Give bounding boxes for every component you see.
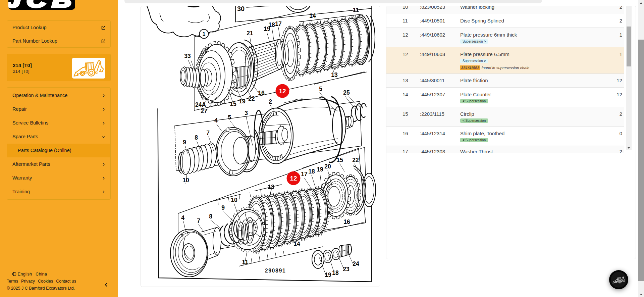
svg-text:19: 19 [325,271,331,278]
svg-text:12: 12 [290,175,297,182]
svg-text:20: 20 [324,163,331,170]
svg-text:25: 25 [343,89,350,96]
svg-text:290891: 290891 [265,268,286,274]
svg-text:12: 12 [279,88,286,95]
svg-text:13: 13 [331,71,338,78]
svg-text:13: 13 [268,184,274,190]
svg-text:11: 11 [353,7,359,13]
svg-text:9: 9 [183,139,186,146]
svg-text:21: 21 [247,30,253,37]
svg-text:16: 16 [258,90,265,96]
svg-text:10: 10 [231,197,237,203]
svg-text:7: 7 [197,217,200,224]
svg-text:8: 8 [195,134,198,141]
svg-text:17: 17 [301,171,307,178]
svg-text:2: 2 [269,98,272,105]
svg-text:14: 14 [309,12,316,19]
svg-text:22: 22 [248,95,255,102]
svg-text:14: 14 [293,241,300,247]
svg-text:27: 27 [201,108,207,114]
svg-text:16: 16 [343,218,350,225]
svg-text:24: 24 [353,260,359,267]
svg-text:7: 7 [206,130,210,136]
svg-text:19: 19 [239,98,246,105]
svg-text:4: 4 [214,117,218,124]
svg-text:18: 18 [308,168,315,175]
svg-text:15: 15 [230,101,236,107]
svg-text:30: 30 [237,6,245,12]
svg-text:18: 18 [268,21,275,28]
svg-text:5: 5 [228,114,231,121]
svg-text:15: 15 [336,157,343,163]
svg-text:JCB: JCB [8,0,75,10]
svg-text:5: 5 [319,86,322,92]
svg-text:9: 9 [221,204,225,211]
svg-text:17: 17 [275,20,281,27]
svg-text:8: 8 [209,213,212,220]
svg-text:3: 3 [245,110,248,116]
svg-text:11: 11 [242,259,249,265]
svg-text:19: 19 [317,166,323,173]
svg-text:22: 22 [352,157,359,163]
svg-text:18: 18 [332,269,339,276]
svg-text:1: 1 [203,31,206,37]
svg-text:23: 23 [343,266,350,273]
svg-text:4: 4 [181,214,184,221]
svg-text:33: 33 [184,53,191,59]
